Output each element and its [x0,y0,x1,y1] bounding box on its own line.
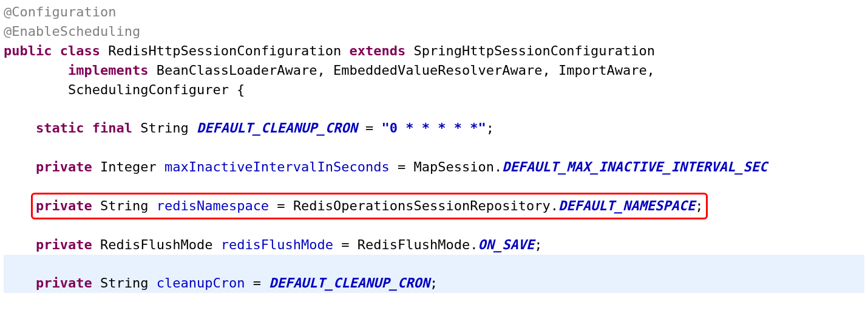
const-ref: ON_SAVE [478,237,535,252]
qualifier: RedisOperationsSessionRepository. [293,198,558,213]
equals: = [333,237,358,252]
semicolon: ; [430,275,438,291]
qualifier: MapSession. [414,159,503,174]
type-flushmode: RedisFlushMode [100,237,212,252]
semicolon: ; [695,198,703,213]
code-block: @Configuration @EnableScheduling public … [0,0,868,300]
type-string: String [100,198,148,213]
keyword-extends: extends [350,43,406,58]
highlighted-line: private String redisNamespace = RedisOpe… [36,196,703,216]
field-max-inactive: maxInactiveIntervalInSeconds [164,159,390,174]
keyword-final: final [92,120,132,136]
field-cleanup-cron: cleanupCron [157,275,245,291]
semicolon: ; [486,120,494,136]
class-name: RedisHttpSessionConfiguration [108,43,341,58]
field-flush-mode: redisFlushMode [221,237,333,252]
equals: = [390,159,414,174]
super-class: SpringHttpSessionConfiguration [414,43,655,58]
selection-background: private String cleanupCron = DEFAULT_CLE… [4,255,864,294]
field-redis-namespace: redisNamespace [157,198,269,213]
equals: = [358,120,382,136]
keyword-private: private [36,198,92,213]
keyword-public: public [4,43,52,58]
string-literal: "0 * * * * *" [382,120,486,136]
type-string: String [100,275,148,291]
keyword-private: private [36,275,92,291]
interfaces-line1: BeanClassLoaderAware, EmbeddedValueResol… [157,63,655,78]
keyword-private: private [36,159,92,174]
const-ref: DEFAULT_NAMESPACE [558,198,695,213]
const-ref: DEFAULT_CLEANUP_CRON [269,275,430,291]
semicolon: ; [534,237,542,252]
type-integer: Integer [100,159,157,174]
annotation: @EnableScheduling [4,24,140,39]
qualifier: RedisFlushMode. [358,237,478,252]
keyword-private: private [36,237,92,252]
keyword-class: class [60,43,100,58]
keyword-static: static [36,120,84,136]
const-ref: DEFAULT_MAX_INACTIVE_INTERVAL_SEC [502,159,767,174]
annotation: @Configuration [4,4,116,19]
interfaces-line2: SchedulingConfigurer { [68,82,245,97]
equals: = [245,275,269,291]
const-name: DEFAULT_CLEANUP_CRON [197,120,358,136]
keyword-implements: implements [68,63,148,78]
type-string: String [140,120,188,136]
equals: = [269,198,293,213]
